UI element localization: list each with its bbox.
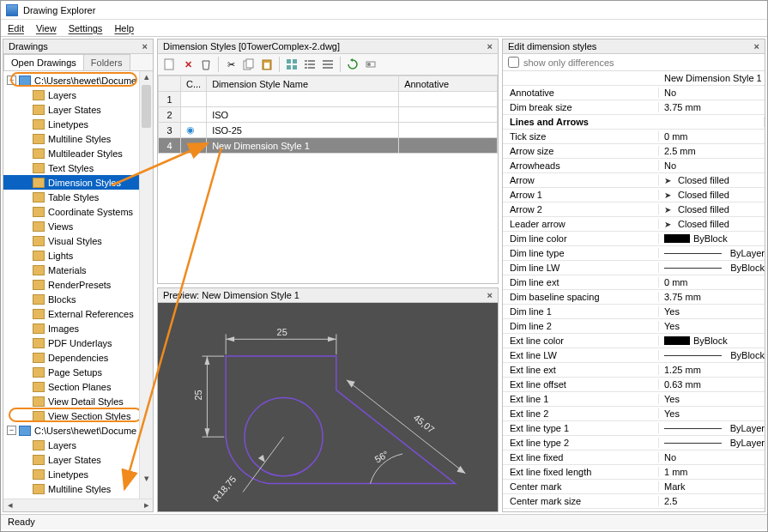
prop-value-cell[interactable]: ByBlock — [659, 336, 765, 346]
tree-item-lights[interactable]: Lights — [3, 248, 153, 263]
tab-folders[interactable]: Folders — [83, 54, 130, 70]
scroll-left-icon[interactable]: ◂ — [3, 499, 16, 511]
delete-icon[interactable]: ✕ — [179, 56, 197, 73]
prop-row[interactable]: Ext line offset0.63 mm — [503, 378, 765, 392]
tree-item-views[interactable]: Views — [3, 219, 153, 233]
col-current[interactable]: C... — [181, 76, 207, 92]
tree-item-layers[interactable]: Layers — [3, 88, 153, 102]
tree-item-materials[interactable]: Materials — [3, 263, 153, 277]
paste-icon[interactable] — [258, 56, 275, 73]
prop-value-cell[interactable]: 1.25 mm — [659, 365, 765, 375]
prop-row[interactable]: Arrow size2.5 mm — [503, 144, 765, 159]
purge-icon[interactable] — [197, 56, 215, 73]
prop-row[interactable]: Dim line colorByBlock — [503, 232, 765, 246]
tree-root[interactable]: −C:\Users\hewet\Docume — [3, 73, 153, 88]
tree-item-visual-styles[interactable]: Visual Styles — [3, 233, 153, 248]
toggle-icon[interactable] — [362, 56, 379, 73]
copy-icon[interactable] — [240, 56, 257, 73]
tree-item-layers[interactable]: Layers — [3, 438, 153, 452]
view-list-icon[interactable] — [301, 56, 318, 73]
prop-value-cell[interactable]: ByBlock — [659, 350, 765, 360]
prop-value-cell[interactable]: Yes — [659, 394, 765, 404]
prop-row[interactable]: Arrow 1Closed filled — [503, 188, 765, 203]
prop-row[interactable]: Ext line colorByBlock — [503, 334, 765, 348]
menu-view[interactable]: View — [36, 23, 57, 33]
prop-row[interactable]: Ext line ext1.25 mm — [503, 363, 765, 378]
prop-value-cell[interactable]: 0.63 mm — [659, 379, 765, 390]
tree-item-view-section-styles[interactable]: View Section Styles — [3, 408, 153, 423]
tree-item-multiline-styles[interactable]: Multiline Styles — [3, 481, 153, 496]
prop-value-cell[interactable]: 1 mm — [659, 467, 765, 477]
prop-row[interactable]: Ext line type 1ByLayer — [503, 421, 765, 436]
prop-row[interactable]: Leader arrowClosed filled — [503, 217, 765, 232]
prop-row[interactable]: ArrowheadsNo — [503, 159, 765, 173]
prop-value-cell[interactable]: ByLayer — [659, 423, 765, 433]
prop-row[interactable]: Ext line 1Yes — [503, 392, 765, 407]
new-icon[interactable] — [161, 56, 178, 73]
cell-name[interactable]: New Dimension Style 1 — [207, 138, 399, 154]
col-annotative[interactable]: Annotative — [399, 76, 498, 92]
properties-list[interactable]: AnnotativeNoDim break size3.75 mmLines a… — [503, 86, 765, 511]
prop-value-cell[interactable]: 2.5 mm — [659, 146, 765, 156]
table-row[interactable]: 2ISO — [159, 107, 498, 123]
close-icon[interactable]: × — [142, 41, 148, 51]
tree-item-linetypes[interactable]: Linetypes — [3, 467, 153, 481]
scroll-thumb[interactable] — [142, 85, 151, 128]
view-icons-icon[interactable] — [283, 56, 300, 73]
prop-row[interactable]: AnnotativeNo — [503, 86, 765, 100]
table-row[interactable]: 4New Dimension Style 1 — [159, 138, 498, 154]
drawings-tree[interactable]: ▴ ▾ −C:\Users\hewet\DocumeLayersLayer St… — [3, 71, 153, 499]
tree-hscroll[interactable]: ◂ ▸ — [3, 499, 153, 511]
prop-value-cell[interactable]: 2.5 — [659, 496, 765, 506]
prop-row[interactable]: Lines and Arrows — [503, 115, 765, 130]
prop-value-cell[interactable]: 0 mm — [659, 131, 765, 142]
tree-item-linetypes[interactable]: Linetypes — [3, 117, 153, 131]
prop-row[interactable]: Dim line 2Yes — [503, 319, 765, 334]
refresh-icon[interactable] — [344, 56, 361, 73]
prop-row[interactable]: Ext line LWByBlock — [503, 348, 765, 363]
scroll-down-icon[interactable]: ▾ — [140, 473, 153, 486]
prop-row[interactable]: Dim line typeByLayer — [503, 246, 765, 261]
cut-icon[interactable]: ✂ — [222, 56, 239, 73]
tree-item-external-references[interactable]: External References — [3, 306, 153, 321]
tree-item-blocks[interactable]: Blocks — [3, 292, 153, 306]
dimstyles-grid[interactable]: C... Dimension Style Name Annotative 12I… — [158, 76, 498, 154]
prop-value-cell[interactable]: No — [659, 452, 765, 462]
prop-row[interactable]: Dim line ext0 mm — [503, 275, 765, 290]
close-icon[interactable]: × — [487, 41, 493, 51]
tree-item-pdf-underlays[interactable]: PDF Underlays — [3, 336, 153, 350]
prop-value-cell[interactable]: Yes — [659, 408, 765, 419]
tree-item-multileader-styles[interactable]: Multileader Styles — [3, 146, 153, 160]
tree-item-multiline-styles[interactable]: Multiline Styles — [3, 131, 153, 146]
prop-value-cell[interactable]: No — [659, 88, 765, 98]
col-rownum[interactable] — [159, 76, 181, 92]
prop-row[interactable]: ArrowClosed filled — [503, 173, 765, 188]
prop-row[interactable]: Tick size0 mm — [503, 130, 765, 144]
collapse-icon[interactable]: − — [7, 76, 16, 85]
prop-row[interactable]: Center mark size2.5 — [503, 494, 765, 509]
table-row[interactable]: 1 — [159, 92, 498, 107]
view-details-icon[interactable] — [319, 56, 336, 73]
cell-name[interactable]: ISO-25 — [207, 123, 399, 138]
menu-help[interactable]: Help — [114, 23, 134, 33]
prop-row[interactable]: Dim break size3.75 mm — [503, 100, 765, 115]
menu-edit[interactable]: Edit — [8, 23, 24, 33]
col-name[interactable]: Dimension Style Name — [207, 76, 399, 92]
tree-item-layer-states[interactable]: Layer States — [3, 102, 153, 117]
prop-value-cell[interactable]: Yes — [659, 321, 765, 331]
table-row[interactable]: 3◉ISO-25 — [159, 123, 498, 138]
prop-row[interactable]: Ext line 2Yes — [503, 407, 765, 421]
prop-value-cell[interactable]: Closed filled — [659, 219, 765, 229]
cell-name[interactable]: ISO — [207, 107, 399, 123]
scroll-up-icon[interactable]: ▴ — [140, 71, 153, 84]
prop-row[interactable]: Arrow 2Closed filled — [503, 203, 765, 217]
scroll-right-icon[interactable]: ▸ — [140, 499, 153, 511]
tree-item-text-styles[interactable]: Text Styles — [3, 160, 153, 175]
prop-value-cell[interactable]: 3.75 mm — [659, 102, 765, 112]
tree-item-view-detail-styles[interactable]: View Detail Styles — [3, 394, 153, 408]
tree-vscroll[interactable]: ▴ ▾ — [139, 71, 153, 499]
tree-item-page-setups[interactable]: Page Setups — [3, 365, 153, 379]
close-icon[interactable]: × — [754, 41, 759, 51]
prop-row[interactable]: Dim baseline spacing3.75 mm — [503, 290, 765, 305]
tab-open-drawings[interactable]: Open Drawings — [3, 54, 84, 70]
